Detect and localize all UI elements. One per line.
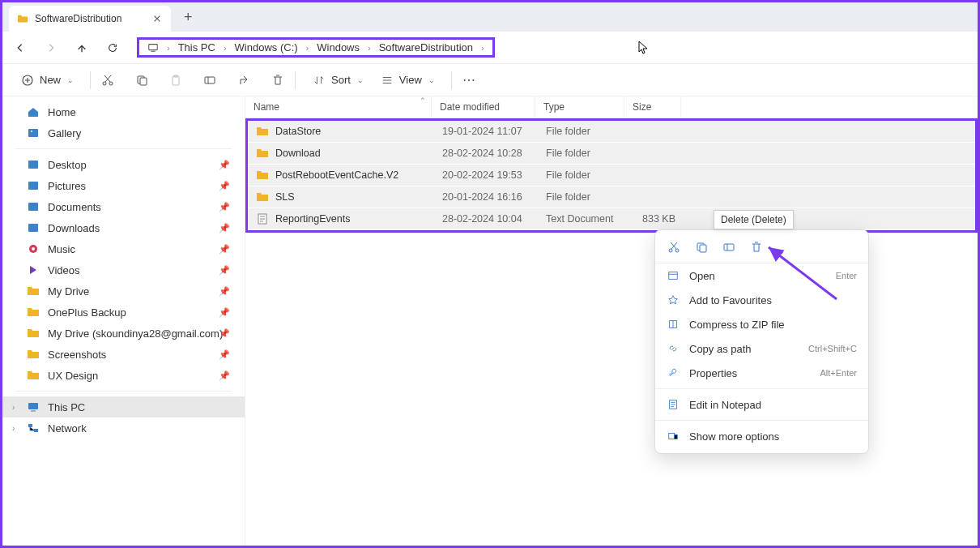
chevron-right-icon[interactable]: › [12,424,15,433]
share-icon[interactable] [236,73,251,88]
pin-icon[interactable]: 📌 [219,370,230,381]
divider [15,148,232,149]
folder-icon [27,285,40,298]
menu-label: Compress to ZIP file [689,319,857,331]
sidebar-item[interactable]: My Drive (skoundinya28@gmail.com)📌 [2,323,245,344]
cut-icon[interactable] [667,240,681,255]
sidebar-item[interactable]: Desktop📌 [2,154,245,175]
menu-label: Open [689,270,826,282]
breadcrumb-c[interactable]: Windows (C:) [235,41,298,54]
new-label: New [40,74,61,86]
pin-icon[interactable]: 📌 [219,265,230,276]
tab-title: SoftwareDistribution [35,13,151,24]
chevron-icon[interactable]: › [306,43,309,53]
copy-icon[interactable] [134,73,149,88]
svg-rect-25 [724,244,734,250]
pin-icon[interactable]: 📌 [219,349,230,360]
sidebar-label: My Drive [48,285,89,298]
svg-rect-24 [700,245,706,252]
separator [655,388,868,389]
pin-icon[interactable]: 📌 [219,286,230,297]
column-date[interactable]: Date modified [432,96,535,118]
sidebar-item[interactable]: Videos📌 [2,259,245,280]
sidebar-item[interactable]: Pictures📌 [2,175,245,196]
sort-label: Sort [331,74,351,86]
rename-icon[interactable] [722,240,736,255]
pin-icon[interactable]: 📌 [219,202,230,212]
delete-icon[interactable] [271,73,285,88]
column-type[interactable]: Type [535,96,624,118]
view-button[interactable]: View ⌄ [373,70,441,91]
menu-compress[interactable]: Compress to ZIP file [655,312,868,336]
sidebar-this-pc[interactable]: › This PC [2,396,245,417]
close-icon[interactable] [151,13,163,24]
table-row[interactable]: PostRebootEventCache.V2 20-02-2024 19:53… [248,165,975,186]
table-row[interactable]: Download 28-02-2024 10:28 File folder [248,143,975,165]
chevron-icon[interactable]: › [224,43,227,53]
sidebar-item[interactable]: Documents📌 [2,196,245,217]
sidebar: Home Gallery Desktop📌Pictures📌Documents📌… [2,96,245,546]
rename-icon[interactable] [202,73,217,88]
column-name[interactable]: Name⌃ [245,96,432,118]
list-header: Name⌃ Date modified Type Size [245,96,978,118]
menu-favourites[interactable]: Add to Favourites [655,288,868,312]
forward-button[interactable] [45,41,58,54]
menu-label: Show more options [689,430,857,443]
new-button[interactable]: New ⌄ [14,70,80,91]
pin-icon[interactable]: 📌 [219,160,230,170]
svg-rect-29 [669,434,675,439]
pin-icon[interactable]: 📌 [219,223,230,233]
up-button[interactable] [75,41,88,54]
table-row[interactable]: DataStore 19-01-2024 11:07 File folder [248,121,975,143]
delete-icon[interactable] [749,240,764,255]
table-row[interactable]: SLS 20-01-2024 16:16 File folder [248,186,975,208]
chevron-right-icon[interactable]: › [12,403,15,412]
back-button[interactable] [14,41,27,54]
sidebar-label: Home [48,106,76,118]
menu-show-more[interactable]: Show more options [655,424,868,448]
svg-rect-11 [28,161,38,169]
notepad-icon [667,398,680,411]
chevron-icon[interactable]: › [167,43,170,53]
column-size[interactable]: Size [624,96,681,118]
pin-icon[interactable]: 📌 [219,307,230,318]
more-icon[interactable]: ⋯ [462,73,476,88]
sidebar-label: Videos [48,264,80,276]
copy-icon[interactable] [694,240,709,255]
chevron-icon[interactable]: › [368,43,371,53]
sidebar-gallery[interactable]: Gallery [2,122,245,143]
sidebar-label: UX Design [48,370,98,382]
pin-icon[interactable]: 📌 [219,328,230,339]
menu-open[interactable]: Open Enter [655,263,868,288]
paste-icon[interactable] [168,73,183,88]
cut-icon[interactable] [100,73,115,88]
sidebar-item[interactable]: UX Design📌 [2,365,245,386]
menu-copy-path[interactable]: Copy as path Ctrl+Shift+C [655,336,868,361]
sidebar-home[interactable]: Home [2,101,245,122]
pin-icon[interactable]: 📌 [219,181,230,191]
refresh-button[interactable] [106,41,119,54]
sort-button[interactable]: Sort ⌄ [305,70,370,91]
chevron-icon[interactable]: › [481,43,484,53]
sidebar-network[interactable]: › Network [2,417,245,439]
breadcrumb-this-pc[interactable]: This PC [178,41,215,54]
menu-notepad[interactable]: Edit in Notepad [655,392,868,417]
menu-properties[interactable]: Properties Alt+Enter [655,361,868,385]
breadcrumb-swdist[interactable]: SoftwareDistribution [379,41,473,54]
table-row[interactable]: ReportingEvents 28-02-2024 10:04 Text Do… [248,208,975,230]
chevron-down-icon: ⌄ [428,76,435,84]
folder-icon [256,147,269,160]
sidebar-item[interactable]: Music📌 [2,238,245,259]
sidebar-item[interactable]: Screenshots📌 [2,344,245,365]
chevron-down-icon: ⌄ [357,76,364,84]
folder-icon [17,13,28,24]
breadcrumb[interactable]: › This PC › Windows (C:) › Windows › Sof… [137,37,495,58]
pc-icon [27,400,40,413]
breadcrumb-windows[interactable]: Windows [317,41,360,54]
sidebar-item[interactable]: Downloads📌 [2,217,245,238]
pin-icon[interactable]: 📌 [219,244,230,255]
tab-active[interactable]: SoftwareDistribution [9,6,171,32]
sidebar-item[interactable]: My Drive📌 [2,280,245,302]
sidebar-item[interactable]: OnePlus Backup📌 [2,302,245,323]
new-tab-button[interactable]: + [184,9,193,26]
